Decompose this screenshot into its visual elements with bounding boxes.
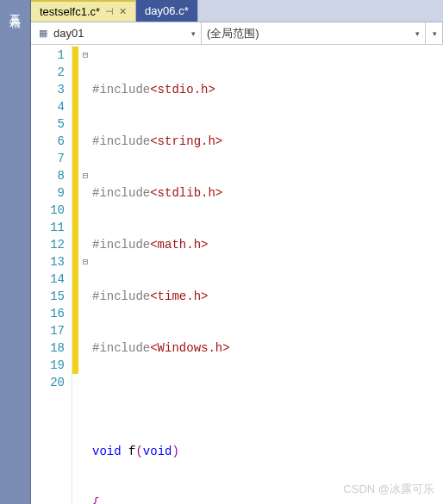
- close-icon[interactable]: ✕: [119, 6, 127, 17]
- editor-area: testselfc1.c* ⊣ ✕ day06.c* ▦ day01 ▾ (全局…: [31, 0, 443, 504]
- code-line: #include<time.h>: [92, 288, 443, 305]
- code-line: [92, 391, 443, 408]
- member-label: (全局范围): [207, 26, 259, 41]
- code-line: #include<math.h>: [92, 236, 443, 253]
- member-dropdown-extra[interactable]: ▾: [426, 22, 443, 44]
- pin-icon[interactable]: ⊣: [105, 6, 114, 17]
- code-line: void f(void): [92, 443, 443, 460]
- tab-label: day06.c*: [145, 4, 189, 17]
- code-editor[interactable]: 1234567891011121314151617181920 ⊟⊟⊟ #inc…: [31, 45, 443, 504]
- modification-indicator: [72, 45, 78, 504]
- code-line: {: [92, 495, 443, 504]
- tab-label: testselfc1.c*: [40, 5, 100, 18]
- tab-inactive[interactable]: day06.c*: [136, 0, 198, 22]
- code-line: #include<stdlib.h>: [92, 184, 443, 202]
- scope-label: day01: [53, 27, 84, 40]
- chevron-down-icon: ▾: [191, 29, 196, 38]
- scope-dropdown[interactable]: ▦ day01 ▾: [31, 22, 202, 44]
- tab-active[interactable]: testselfc1.c* ⊣ ✕: [31, 0, 136, 22]
- code-line: #include<stdio.h>: [92, 81, 443, 98]
- toolbox-panel[interactable]: 工具箱: [0, 0, 31, 504]
- toolbox-label: 工具箱: [8, 5, 23, 504]
- code-line: #include<string.h>: [92, 133, 443, 150]
- navigation-bar: ▦ day01 ▾ (全局范围) ▾ ▾: [31, 22, 443, 45]
- fold-gutter[interactable]: ⊟⊟⊟: [78, 45, 92, 504]
- chevron-down-icon: ▾: [415, 29, 420, 38]
- code-line: #include<Windows.h>: [92, 339, 443, 357]
- code-content[interactable]: #include<stdio.h> #include<string.h> #in…: [92, 45, 443, 504]
- tab-bar: testselfc1.c* ⊣ ✕ day06.c*: [31, 0, 443, 22]
- chevron-down-icon: ▾: [433, 29, 437, 38]
- line-number-gutter: 1234567891011121314151617181920: [31, 45, 72, 504]
- project-icon: ▦: [36, 27, 50, 40]
- member-dropdown[interactable]: (全局范围) ▾: [202, 22, 426, 44]
